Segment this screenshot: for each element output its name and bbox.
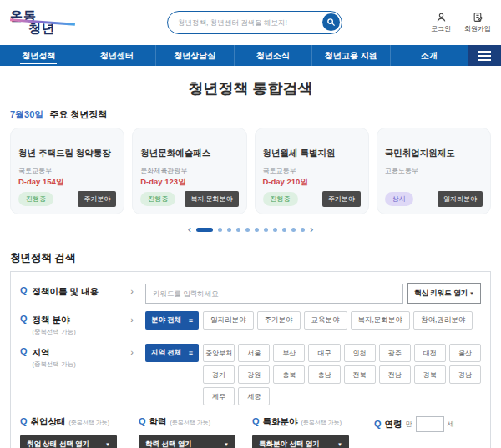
specialty-group: Q 특화분야 (중복선택 가능) 특화분야 선택 열기 ▼ — [252, 416, 374, 448]
region-option[interactable]: 인천 — [344, 344, 376, 362]
search-icon — [326, 18, 336, 27]
policy-card[interactable]: 청년월세 특별지원국토교통부D-day 210일진행중주거분야 — [255, 128, 369, 214]
carousel-next-icon[interactable]: › — [310, 225, 313, 234]
nav-item[interactable]: 청년고용 지원 — [311, 45, 390, 66]
region-option[interactable]: 광주 — [379, 344, 411, 362]
policy-field-option[interactable]: 참여,권리분야 — [413, 311, 473, 330]
carousel-dot[interactable] — [301, 228, 305, 232]
employment-select[interactable]: 취업 상태 선택 열기 ▼ — [20, 435, 117, 448]
core-keyword-dropdown[interactable]: 핵심 키워드 열기 ▼ — [407, 283, 481, 304]
policy-card-title: 청년 주택드림 청약통장 — [18, 148, 116, 159]
keyword-row: Q 정책이름 및 내용 › 핵심 키워드 열기 ▼ — [20, 283, 481, 304]
login-label: 로그인 — [431, 24, 451, 33]
region-option[interactable]: 경북 — [414, 365, 446, 384]
nav-item[interactable]: 청년소식 — [234, 45, 312, 66]
carousel-dot[interactable] — [264, 228, 268, 232]
age-prefix: 만 — [406, 420, 412, 429]
category-badge[interactable]: 복지,문화분야 — [185, 191, 238, 207]
logo[interactable]: 온통 청년 — [10, 8, 102, 37]
policy-field-option[interactable]: 주거분야 — [257, 311, 301, 330]
policy-field-all-label: 분야 전체 — [151, 315, 181, 325]
region-option[interactable]: 전북 — [344, 365, 376, 384]
carousel-dot[interactable] — [282, 228, 286, 232]
education-select[interactable]: 학력 선택 열기 ▼ — [139, 435, 235, 448]
carousel-dot[interactable] — [227, 228, 231, 232]
policy-field-label: 정책 분야 — [33, 315, 76, 326]
age-suffix: 세 — [448, 420, 454, 429]
chevron-down-icon: ▼ — [469, 291, 474, 296]
login-button[interactable]: 로그인 — [431, 12, 451, 33]
region-all-button[interactable]: 지역 전체 ≡ — [145, 344, 199, 362]
search-q-icon: Q — [20, 315, 28, 324]
region-option[interactable]: 중앙부처 — [203, 344, 235, 362]
policy-card-footer: 진행중주거분야 — [18, 191, 116, 207]
specialty-select-label: 특화분야 선택 열기 — [259, 440, 320, 448]
employment-select-label: 취업 상태 선택 열기 — [27, 440, 89, 448]
policy-field-option[interactable]: 교육분야 — [304, 311, 347, 330]
status-badge: 상시 — [385, 192, 413, 206]
search-section-title: 청년정책 검색 — [10, 251, 491, 265]
education-group: Q 학력 (중복선택 가능) 학력 선택 열기 ▼ — [139, 416, 252, 448]
region-option[interactable]: 서울 — [238, 344, 270, 362]
nav-item[interactable]: 청년상담실 — [155, 45, 234, 66]
signup-label: 회원가입 — [464, 24, 491, 33]
page-title: 청년정책 통합검색 — [0, 78, 501, 98]
category-badge[interactable]: 주거분야 — [78, 191, 116, 207]
search-button[interactable] — [322, 13, 340, 31]
policy-card[interactable]: 청년 주택드림 청약통장국토교통부D-day 154일진행중주거분야 — [10, 128, 124, 214]
policy-card-title: 청년문화예술패스 — [140, 148, 238, 159]
region-option[interactable]: 세종 — [238, 387, 270, 405]
policy-card[interactable]: 국민취업지원제도고용노동부상시일자리분야 — [377, 128, 491, 214]
region-option[interactable]: 경남 — [449, 365, 481, 384]
region-option[interactable]: 강원 — [238, 365, 270, 384]
keyword-input[interactable] — [145, 284, 403, 304]
carousel-dot[interactable] — [291, 228, 296, 232]
policy-field-all-button[interactable]: 분야 전체 ≡ — [145, 311, 199, 330]
extra-filters-row: Q 취업상태 (중복선택 가능) 취업 상태 선택 열기 ▼ Q 학력 (중복선… — [20, 416, 481, 448]
policy-card-dday — [385, 177, 483, 187]
hamburger-menu-icon[interactable] — [468, 45, 501, 66]
region-option[interactable]: 대구 — [308, 344, 340, 362]
header-search-input[interactable] — [178, 18, 316, 27]
age-head: Q 연령 만 세 — [374, 416, 481, 432]
keyword-label: 정책이름 및 내용 — [33, 286, 99, 298]
carousel-prev-icon[interactable]: ‹ — [188, 225, 191, 234]
age-input[interactable] — [416, 416, 444, 432]
policy-card-dday: D-day 123일 — [140, 177, 238, 187]
signup-doc-icon — [473, 12, 483, 23]
region-option[interactable]: 제주 — [203, 387, 235, 405]
employment-group: Q 취업상태 (중복선택 가능) 취업 상태 선택 열기 ▼ — [20, 416, 139, 448]
carousel-dot[interactable] — [218, 228, 222, 232]
region-option[interactable]: 전남 — [379, 365, 411, 384]
region-option[interactable]: 울산 — [449, 344, 481, 362]
carousel-dot[interactable] — [273, 228, 277, 232]
policy-field-option[interactable]: 일자리분야 — [203, 311, 254, 330]
category-badge[interactable]: 주거분야 — [322, 191, 361, 207]
carousel-dot[interactable] — [236, 228, 240, 232]
policy-card-department: 문화체육관광부 — [140, 166, 238, 175]
specialty-select[interactable]: 특화분야 선택 열기 ▼ — [252, 435, 349, 448]
region-option[interactable]: 대전 — [414, 344, 446, 362]
region-option[interactable]: 충남 — [308, 365, 340, 384]
region-row-content: 지역 전체 ≡ 중앙부처서울부산대구인천광주대전울산경기강원충북충남전북전남경북… — [145, 344, 481, 405]
policy-field-row: Q 정책 분야 (중복선택 가능) › 분야 전체 ≡ 일자리분야주거분야교육분… — [20, 311, 481, 336]
region-option[interactable]: 부산 — [273, 344, 305, 362]
chevron-down-icon: ▼ — [224, 442, 229, 447]
carousel-dot[interactable] — [245, 228, 250, 232]
carousel-pagination: ‹ › — [0, 224, 501, 234]
nav-item[interactable]: 청년정책 — [0, 45, 78, 66]
policy-field-option[interactable]: 복지,문화분야 — [351, 311, 410, 330]
signup-button[interactable]: 회원가입 — [464, 12, 491, 33]
region-option[interactable]: 경기 — [203, 365, 235, 384]
nav-item[interactable]: 청년센터 — [78, 45, 156, 66]
category-badge[interactable]: 일자리분야 — [438, 191, 483, 207]
policy-card-footer: 상시일자리분야 — [385, 191, 483, 207]
nav-item[interactable]: 소개 — [390, 45, 468, 66]
policy-card[interactable]: 청년문화예술패스문화체육관광부D-day 123일진행중복지,문화분야 — [132, 128, 246, 214]
policy-card-title: 청년월세 특별지원 — [263, 148, 361, 159]
education-head: Q 학력 (중복선택 가능) — [139, 416, 252, 428]
region-option[interactable]: 충북 — [273, 365, 305, 384]
carousel-dot[interactable] — [255, 228, 259, 232]
education-select-label: 학력 선택 열기 — [145, 440, 192, 448]
carousel-dot[interactable] — [196, 228, 213, 232]
